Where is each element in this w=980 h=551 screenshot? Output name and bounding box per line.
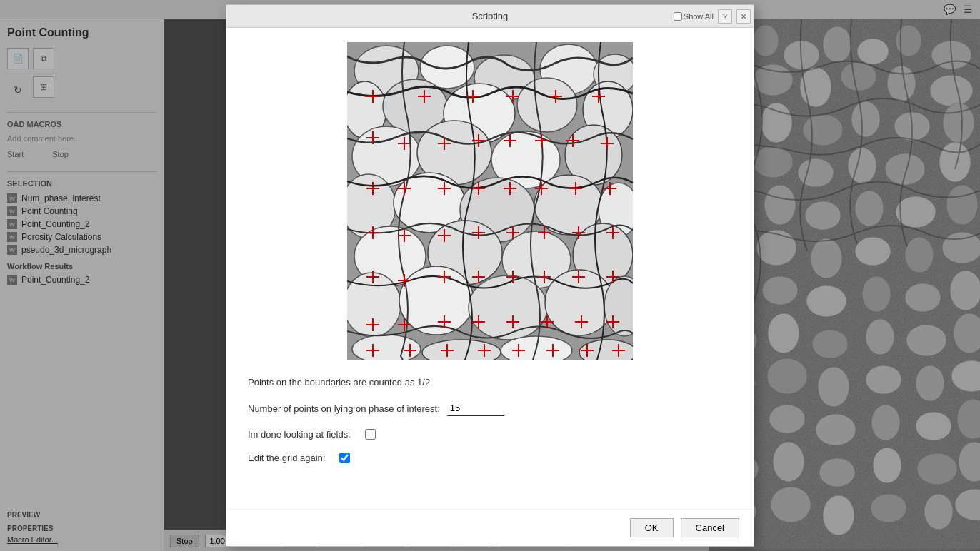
crosshair-marker [538, 226, 551, 239]
app-background: Edit Job 💬 ☰ Point Counting 📄 ⧉ ↻ ⊞ OAD … [0, 0, 980, 551]
show-all-label: Show All [684, 12, 714, 21]
crosshair-marker [606, 271, 619, 283]
crosshair-marker [472, 134, 485, 147]
modal-overlay: Scripting Show All ? × [0, 0, 980, 551]
crosshair-marker [466, 90, 479, 103]
crosshair-marker [612, 344, 625, 357]
crosshair-marker [398, 229, 411, 242]
crosshair-marker [438, 271, 451, 283]
crosshair-marker [438, 229, 451, 242]
crosshair-marker [535, 182, 548, 195]
help-button[interactable]: ? [718, 9, 732, 24]
done-looking-label: Im done looking at fields: [248, 429, 351, 440]
crosshair-marker [538, 271, 551, 283]
info-text: Points on the boundaries are counted as … [248, 377, 430, 388]
modal-body: Points on the boundaries are counted as … [226, 28, 754, 509]
modal-footer: OK Cancel [226, 509, 754, 546]
show-all-control[interactable]: Show All [674, 12, 714, 21]
crosshair-marker [366, 182, 379, 195]
edit-grid-label: Edit the grid again: [248, 453, 325, 463]
crosshair-marker [535, 134, 548, 147]
ok-button[interactable]: OK [630, 518, 674, 537]
crosshair-marker [572, 226, 585, 239]
scripting-modal: Scripting Show All ? × [226, 4, 754, 547]
crosshair-marker [581, 344, 594, 357]
crosshair-marker [441, 344, 454, 357]
crosshairs-container [347, 42, 633, 360]
crosshair-marker [404, 344, 416, 357]
main-content: Point Counting 📄 ⧉ ↻ ⊞ OAD Macros Add co… [0, 19, 980, 551]
crosshair-marker [606, 226, 619, 239]
crosshair-marker [398, 137, 411, 150]
show-all-checkbox[interactable] [674, 12, 682, 21]
crosshair-marker [546, 344, 559, 357]
crosshair-marker [366, 318, 379, 331]
crosshair-marker [366, 131, 379, 144]
crosshair-grid-image [347, 42, 633, 360]
crosshair-marker [541, 315, 554, 328]
crosshair-marker [572, 271, 585, 283]
crosshair-marker [506, 271, 519, 283]
crosshair-marker [604, 182, 616, 195]
crosshair-marker [504, 182, 516, 195]
crosshair-marker [506, 90, 519, 103]
close-button[interactable]: × [736, 9, 751, 24]
crosshair-marker [398, 274, 411, 287]
crosshair-marker [472, 271, 485, 283]
crosshair-marker [366, 90, 379, 103]
done-looking-checkbox[interactable] [365, 429, 376, 440]
crosshair-marker [366, 271, 379, 283]
crosshair-marker [366, 344, 379, 357]
crosshair-marker [418, 90, 431, 103]
crosshair-marker [566, 134, 579, 147]
modal-header: Scripting Show All ? × [226, 5, 754, 28]
crosshair-marker [472, 182, 485, 195]
crosshair-marker [438, 182, 451, 195]
crosshair-marker [506, 226, 519, 239]
crosshair-marker [472, 226, 485, 239]
modal-header-right: Show All ? × [674, 9, 751, 24]
points-field-label: Number of points on lying on phase of in… [248, 403, 440, 414]
crosshair-marker [592, 90, 605, 103]
cancel-button[interactable]: Cancel [681, 518, 739, 537]
crosshair-marker [438, 315, 451, 328]
crosshair-marker [398, 318, 411, 331]
crosshair-marker [472, 315, 485, 328]
edit-grid-checkbox[interactable] [339, 453, 350, 463]
crosshair-marker [478, 344, 491, 357]
modal-title: Scripting [472, 11, 509, 21]
crosshair-marker [504, 134, 516, 147]
info-text-row: Points on the boundaries are counted as … [248, 377, 732, 388]
crosshair-marker [601, 137, 614, 150]
points-field-input[interactable] [447, 400, 504, 416]
crosshair-marker [506, 315, 519, 328]
done-looking-row: Im done looking at fields: [248, 429, 732, 440]
crosshair-marker [575, 315, 588, 328]
points-field-row[interactable]: Number of points on lying on phase of in… [248, 400, 732, 416]
crosshair-marker [569, 182, 582, 195]
crosshair-marker [398, 182, 411, 195]
crosshair-marker [549, 90, 562, 103]
crosshair-marker [438, 137, 451, 150]
crosshair-marker [606, 315, 619, 328]
edit-grid-row: Edit the grid again: [248, 453, 732, 463]
crosshair-marker [366, 226, 379, 239]
crosshair-marker [512, 344, 525, 357]
